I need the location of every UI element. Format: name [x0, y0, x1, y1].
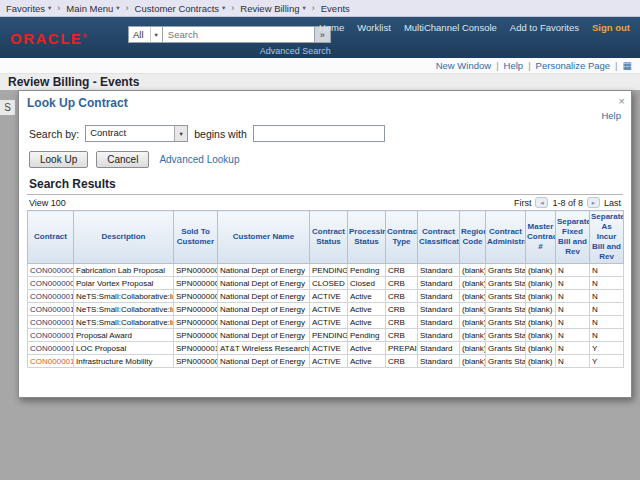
- column-header[interactable]: Description: [74, 211, 174, 264]
- column-header[interactable]: Contract: [28, 211, 74, 264]
- table-cell: Active: [348, 316, 386, 329]
- breadcrumb-item[interactable]: Main Menu▾: [66, 3, 119, 14]
- contract-link[interactable]: CON0000003: [30, 266, 74, 275]
- column-header[interactable]: Contract Status: [310, 211, 348, 264]
- column-header[interactable]: Contract Classification: [418, 211, 460, 264]
- contract-link[interactable]: CON0000016: [30, 331, 74, 340]
- column-header[interactable]: Processing Status: [348, 211, 386, 264]
- header-link[interactable]: MultiChannel Console: [404, 22, 497, 33]
- table-cell: Polar Vortex Proposal: [74, 277, 174, 290]
- table-cell: (blank): [526, 277, 556, 290]
- breadcrumb-label: Events: [321, 3, 350, 14]
- table-cell: SPN0000002: [174, 290, 218, 303]
- table-cell: N: [556, 316, 590, 329]
- table-cell: N: [556, 264, 590, 277]
- column-header[interactable]: Separate Fixed Bill and Rev: [556, 211, 590, 264]
- contract-link[interactable]: CON0000015: [30, 318, 74, 327]
- begins-with-input[interactable]: [253, 125, 385, 142]
- contract-link[interactable]: CON0000012: [30, 292, 74, 301]
- table-cell: CRB: [386, 264, 418, 277]
- breadcrumb-item[interactable]: Events: [321, 3, 350, 14]
- header-link[interactable]: Home: [319, 22, 344, 33]
- table-cell: PREPAID: [386, 342, 418, 355]
- column-header[interactable]: Contract Administrator: [486, 211, 526, 264]
- column-header[interactable]: Master Contract #: [526, 211, 556, 264]
- page-link[interactable]: New Window: [436, 60, 491, 71]
- table-cell: National Dept of Energy: [218, 303, 310, 316]
- table-cell: Grants Staff: [486, 355, 526, 368]
- table-cell: LOC Proposal: [74, 342, 174, 355]
- page-link[interactable]: Help: [504, 60, 524, 71]
- table-cell: Active: [348, 303, 386, 316]
- table-cell: Standard: [418, 342, 460, 355]
- table-cell: ACTIVE: [310, 303, 348, 316]
- sign-out-link[interactable]: Sign out: [592, 22, 630, 33]
- header-link[interactable]: Worklist: [357, 22, 391, 33]
- previous-page-icon[interactable]: ◄: [535, 197, 548, 208]
- breadcrumb-item[interactable]: Review Billing▾: [240, 3, 305, 14]
- table-cell: (blank): [526, 264, 556, 277]
- table-cell: N: [556, 290, 590, 303]
- cancel-button[interactable]: Cancel: [96, 151, 149, 168]
- help-link[interactable]: Help: [601, 110, 621, 121]
- contract-cell: CON0000012: [28, 290, 74, 303]
- column-header[interactable]: Sold To Customer: [174, 211, 218, 264]
- contract-link[interactable]: CON0000019: [30, 357, 74, 366]
- table-row: CON0000019Infrastructure MobilitySPN0000…: [28, 355, 624, 368]
- table-cell: ACTIVE: [310, 342, 348, 355]
- page-link[interactable]: Personalize Page: [536, 60, 610, 71]
- table-cell: Standard: [418, 277, 460, 290]
- modal-header: Look Up Contract ×: [19, 91, 631, 110]
- view-all-link[interactable]: View 100: [29, 198, 66, 208]
- table-cell: N: [590, 316, 624, 329]
- advanced-lookup-link[interactable]: Advanced Lookup: [159, 154, 239, 165]
- breadcrumb: Favorites▾›Main Menu▾›Customer Contracts…: [0, 0, 640, 17]
- table-cell: (blank): [526, 342, 556, 355]
- look-up-button[interactable]: Look Up: [29, 151, 88, 168]
- table-cell: CRB: [386, 303, 418, 316]
- table-row: CON0000018LOC ProposalSPN0000011AT&T Wir…: [28, 342, 624, 355]
- column-header[interactable]: Region Code: [460, 211, 486, 264]
- table-cell: N: [590, 303, 624, 316]
- chevron-down-icon[interactable]: ▾: [150, 27, 158, 42]
- contract-link[interactable]: CON0000018: [30, 344, 74, 353]
- chevron-down-icon[interactable]: ▾: [174, 126, 187, 141]
- close-icon[interactable]: ×: [619, 96, 625, 106]
- table-header-row: ContractDescriptionSold To CustomerCusto…: [28, 211, 624, 264]
- advanced-search-link[interactable]: Advanced Search: [260, 46, 331, 56]
- personalize-grid-icon[interactable]: ▦: [623, 60, 632, 71]
- search-by-label: Search by:: [29, 128, 79, 140]
- table-cell: Proposal Award: [74, 329, 174, 342]
- contract-cell: CON0000019: [28, 355, 74, 368]
- lookup-modal: Look Up Contract × Help Search by: Contr…: [18, 90, 632, 398]
- search-by-select[interactable]: Contract ▾: [85, 125, 188, 142]
- search-scope-select[interactable]: All ▾: [128, 26, 163, 43]
- table-cell: N: [590, 290, 624, 303]
- dimmed-overlay: S Look Up Contract × Help Search by: Con…: [0, 90, 640, 480]
- table-row: CON0000003Fabrication Lab ProposalSPN000…: [28, 264, 624, 277]
- table-cell: CRB: [386, 277, 418, 290]
- table-cell: SPN0000002: [174, 329, 218, 342]
- header-link[interactable]: Add to Favorites: [510, 22, 579, 33]
- table-cell: (blank): [460, 329, 486, 342]
- first-page-link[interactable]: First: [514, 198, 532, 208]
- table-cell: National Dept of Energy: [218, 277, 310, 290]
- modal-title: Look Up Contract: [27, 96, 128, 110]
- contract-link[interactable]: CON0000004: [30, 279, 74, 288]
- table-cell: Standard: [418, 316, 460, 329]
- column-header[interactable]: Contract Type: [386, 211, 418, 264]
- pagination-range: 1-8 of 8: [552, 198, 583, 208]
- search-controls: Search by: Contract ▾ begins with: [19, 121, 631, 144]
- column-header[interactable]: Separate As Incur Bill and Rev: [590, 211, 624, 264]
- breadcrumb-item[interactable]: Favorites▾: [6, 3, 51, 14]
- table-cell: Grants Staff: [486, 303, 526, 316]
- contract-link[interactable]: CON0000014: [30, 305, 74, 314]
- table-cell: (blank): [460, 303, 486, 316]
- breadcrumb-item[interactable]: Customer Contracts▾: [135, 3, 226, 14]
- last-page-link[interactable]: Last: [604, 198, 621, 208]
- global-search-input[interactable]: [163, 26, 315, 43]
- table-cell: Active: [348, 342, 386, 355]
- column-header[interactable]: Customer Name: [218, 211, 310, 264]
- table-cell: N: [556, 277, 590, 290]
- next-page-icon[interactable]: ►: [587, 197, 600, 208]
